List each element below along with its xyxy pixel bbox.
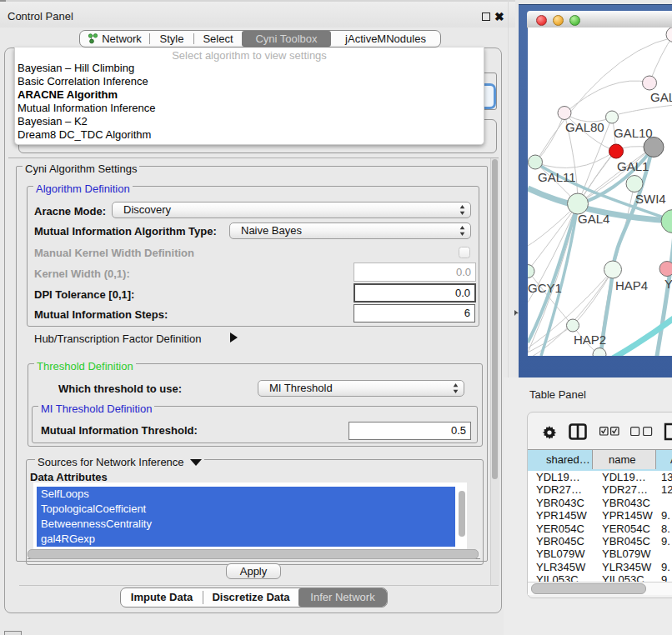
svg-text:HAP2: HAP2 <box>574 332 606 347</box>
svg-text:GAL10: GAL10 <box>614 126 653 140</box>
svg-text:Y: Y <box>664 277 672 291</box>
svg-text:SWI4: SWI4 <box>635 192 666 206</box>
svg-text:GCY1: GCY1 <box>528 281 562 295</box>
svg-text:GAL4: GAL4 <box>578 212 609 226</box>
svg-text:GAL80: GAL80 <box>565 120 604 134</box>
svg-text:GAL11: GAL11 <box>538 170 576 184</box>
svg-text:HAP4: HAP4 <box>615 278 648 292</box>
svg-text:GAL: GAL <box>650 90 672 104</box>
svg-text:GAL1: GAL1 <box>617 159 649 173</box>
